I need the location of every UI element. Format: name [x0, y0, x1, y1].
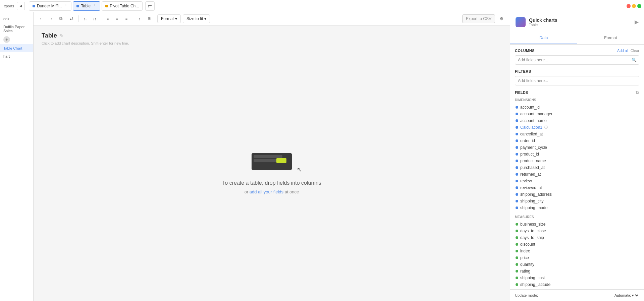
window-maximize[interactable] [637, 4, 641, 8]
add-tab-btn[interactable]: ⇄ [145, 1, 155, 11]
more-options-btn[interactable]: ↕ [136, 15, 143, 22]
sidebar-item-workbook[interactable]: Dufflin Paper Sales [0, 23, 33, 35]
tab-dunder-label: Dunder Miffl... [37, 4, 62, 8]
field-shipping_cost[interactable]: shipping_cost [515, 275, 639, 281]
field-dot-calculation1 [516, 126, 518, 129]
columns-add-all-btn[interactable]: Add all [617, 49, 629, 53]
field-product_name[interactable]: product_name [515, 158, 639, 164]
edit-title-icon[interactable]: ✎ [60, 33, 64, 39]
field-account_id[interactable]: account_id [515, 104, 639, 111]
collapse-icon: ◀ [19, 4, 22, 8]
field-dot-shipping_city [516, 200, 518, 202]
field-days_to_close[interactable]: days_to_close [515, 228, 639, 234]
forward-btn[interactable]: → [47, 15, 54, 22]
field-calculation1[interactable]: Calculation1 ⓘ [515, 124, 639, 131]
tab-table-more[interactable]: ⋮ [93, 4, 97, 8]
columns-search-input[interactable] [515, 55, 639, 65]
field-discount[interactable]: discount [515, 241, 639, 248]
duplicate-btn[interactable]: ⧉ [56, 14, 65, 23]
update-mode-select[interactable]: Automatic ▾ [613, 293, 639, 298]
field-reviewed_at[interactable]: reviewed_at [515, 184, 639, 191]
drop-or-line: or add all your fields at once [245, 189, 299, 194]
sort-asc-btn[interactable]: ↑↓ [82, 15, 89, 22]
fields-header: FIELDS fx [515, 90, 639, 95]
toolbar-right: Export to CSV ⚙ [462, 14, 506, 23]
align-left-btn[interactable]: ≡ [104, 15, 111, 22]
calc-icon[interactable]: fx [636, 90, 639, 95]
tab-format-label: Format [604, 36, 617, 40]
sort-desc-btn[interactable]: ↓↑ [91, 15, 98, 22]
tab-pivot[interactable]: Pivot Table Ch... [102, 1, 143, 11]
back-btn[interactable]: ← [38, 15, 45, 22]
tab-dunder[interactable]: Dunder Miffl... ⋮ [29, 1, 71, 11]
field-shipping_city[interactable]: shipping_city [515, 198, 639, 204]
size-to-fit-chevron: ▾ [204, 16, 206, 21]
field-quantity[interactable]: quantity [515, 261, 639, 268]
chart-description[interactable]: Click to add chart description. Shift-en… [42, 41, 502, 45]
tab-format[interactable]: Format [577, 32, 644, 44]
filters-section: FILTERS [515, 69, 639, 85]
field-shipping_mode[interactable]: shipping_mode [515, 204, 639, 211]
field-dot-business_size [516, 223, 518, 226]
field-dot-purchased_at [516, 166, 518, 169]
field-dot-price [516, 256, 518, 259]
field-name-days_to_ship: days_to_ship [520, 235, 544, 240]
quick-charts-subtitle: Table [529, 23, 557, 27]
field-name-account_manager: account_manager [520, 112, 552, 116]
format-chevron: ▾ [175, 16, 177, 21]
panel-tabs: Data Format [510, 32, 644, 45]
field-payment_cycle[interactable]: payment_cycle [515, 144, 639, 151]
field-returned_at[interactable]: returned_at [515, 171, 639, 178]
field-dot-shipping_address [516, 193, 518, 196]
field-dot-rating [516, 270, 518, 273]
right-panel-collapse-btn[interactable]: ▶ [635, 19, 639, 25]
tab-data[interactable]: Data [510, 32, 577, 44]
tab-table[interactable]: Table ⋮ [73, 1, 100, 11]
field-shipping_address[interactable]: shipping_address [515, 191, 639, 198]
sidebar-item-table-chart[interactable]: Table Chart [0, 44, 33, 52]
size-to-fit-label: Size to fit [186, 16, 203, 21]
size-to-fit-btn[interactable]: Size to fit ▾ [183, 14, 210, 23]
field-price[interactable]: price [515, 254, 639, 261]
table-mock [252, 153, 292, 170]
sidebar-item-chart[interactable]: hart [0, 52, 33, 60]
filter-btn[interactable]: ⊞ [145, 15, 153, 22]
swap-btn[interactable]: ⇄ [67, 14, 76, 23]
format-btn[interactable]: Format ▾ [157, 14, 181, 23]
back-icon: ← [39, 16, 44, 21]
field-account_manager[interactable]: account_manager [515, 111, 639, 117]
field-shipping_latitude[interactable]: shipping_latitude [515, 281, 639, 288]
tab-dunder-more[interactable]: ⋮ [64, 4, 68, 8]
field-info-calculation1[interactable]: ⓘ [544, 125, 548, 130]
field-dot-quantity [516, 263, 518, 266]
field-review[interactable]: review [515, 178, 639, 184]
field-days_to_ship[interactable]: days_to_ship [515, 234, 639, 241]
tab-pivot-icon [105, 5, 108, 7]
field-index[interactable]: index [515, 248, 639, 254]
field-rating[interactable]: rating [515, 268, 639, 275]
columns-clear-btn[interactable]: Clear [631, 49, 639, 53]
collapse-sidebar-btn[interactable]: ◀ [17, 2, 25, 10]
export-csv-btn[interactable]: Export to CSV [462, 14, 495, 23]
dimensions-label: Dimensions [515, 98, 639, 102]
window-close[interactable] [627, 4, 631, 8]
field-dot-product_id [516, 153, 518, 156]
add-all-fields-link[interactable]: add all your fields [250, 189, 283, 194]
window-minimize[interactable] [632, 4, 636, 8]
field-name-purchased_at: purchased_at [520, 165, 545, 170]
filters-search-input[interactable] [515, 76, 639, 85]
align-center-btn[interactable]: ≡ [113, 15, 121, 22]
fields-section: FIELDS fx Dimensions account_id account_… [515, 90, 639, 289]
field-dot-reviewed_at [516, 186, 518, 189]
sidebar-item-binder[interactable]: ook [0, 15, 33, 23]
columns-section: Columns Add all Clear 🔍 [515, 49, 639, 65]
gear-btn[interactable]: ⚙ [497, 14, 506, 23]
field-purchased_at[interactable]: purchased_at [515, 164, 639, 171]
sidebar-add-sheet-btn[interactable]: + [3, 36, 10, 43]
align-right-btn[interactable]: ≡ [123, 15, 130, 22]
field-order_id[interactable]: order_id [515, 137, 639, 144]
field-account_name[interactable]: account_name [515, 117, 639, 124]
field-business_size[interactable]: business_size [515, 221, 639, 228]
field-product_id[interactable]: product_id [515, 151, 639, 158]
field-cancelled_at[interactable]: cancelled_at [515, 131, 639, 137]
